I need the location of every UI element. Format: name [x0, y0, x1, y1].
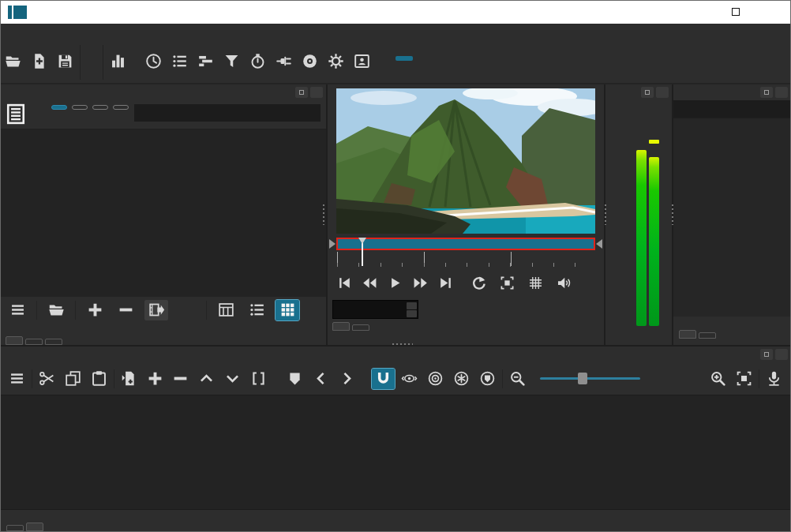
playlist-menu-button[interactable] — [6, 300, 29, 320]
ripple-delete-button[interactable] — [170, 369, 193, 389]
ripple-markers-button[interactable] — [476, 369, 499, 389]
view-icons-button[interactable] — [276, 300, 299, 320]
append-clip-button[interactable] — [118, 369, 141, 389]
fast-forward-button[interactable] — [408, 272, 433, 294]
cut-button[interactable] — [36, 369, 58, 389]
tab-recent[interactable] — [679, 330, 696, 339]
copy-button[interactable] — [62, 369, 84, 389]
minimize-button[interactable] — [680, 0, 717, 24]
menu-player[interactable] — [54, 30, 69, 35]
playlist-update-button[interactable] — [144, 300, 168, 320]
close-panel-button[interactable] — [310, 87, 323, 98]
tab-project[interactable] — [352, 324, 369, 331]
time-ruler[interactable] — [336, 252, 595, 268]
position-input[interactable] — [333, 301, 406, 318]
zoom-out-button[interactable] — [506, 369, 529, 389]
filter-tab-other[interactable] — [113, 105, 129, 110]
marker-button[interactable] — [283, 369, 306, 389]
layout-editing-button[interactable] — [396, 56, 413, 61]
next-marker-button[interactable] — [336, 369, 358, 389]
export-button[interactable] — [297, 42, 323, 83]
splitter-handle[interactable] — [672, 204, 673, 225]
new-generator-button[interactable] — [26, 42, 52, 83]
layout-fx-button[interactable] — [414, 56, 432, 61]
timeline-zoom-slider[interactable] — [540, 377, 641, 380]
playhead-handle[interactable] — [358, 238, 366, 244]
playlist-remove-button[interactable] — [114, 300, 137, 320]
append-button[interactable] — [144, 369, 167, 389]
menu-edit[interactable] — [22, 30, 38, 35]
layout-color-button[interactable] — [377, 63, 394, 68]
overwrite-button[interactable] — [221, 369, 244, 389]
scrubber-bar[interactable] — [336, 238, 595, 250]
split-button[interactable] — [247, 369, 270, 389]
zoom-in-button[interactable] — [707, 369, 729, 389]
maximize-button[interactable] — [717, 0, 754, 24]
ripple-all-tracks-button[interactable] — [450, 369, 473, 389]
playlist-open-button[interactable] — [44, 300, 68, 320]
filter-tab-audio[interactable] — [72, 105, 88, 110]
tab-source[interactable] — [332, 322, 350, 331]
trim-in-marker[interactable] — [329, 239, 336, 249]
playlist-select-button[interactable] — [175, 300, 199, 320]
layout-player-button[interactable] — [414, 63, 432, 68]
recent-button[interactable] — [141, 42, 167, 83]
view-details-button[interactable] — [214, 300, 238, 320]
float-panel-button[interactable] — [760, 349, 773, 360]
scrub-while-dragging-button[interactable] — [398, 369, 421, 389]
playlist-button[interactable] — [167, 42, 193, 83]
splitter-handle[interactable] — [392, 343, 413, 345]
timeline-tracks-area[interactable] — [0, 395, 791, 509]
save-button[interactable] — [52, 42, 78, 83]
paste-button[interactable] — [88, 369, 111, 389]
tab-playlist[interactable] — [6, 336, 23, 345]
lift-button[interactable] — [195, 369, 218, 389]
layout-audio-button[interactable] — [396, 63, 413, 68]
view-tiles-button[interactable] — [245, 300, 268, 320]
skip-to-start-button[interactable] — [332, 272, 357, 294]
history-button[interactable] — [271, 42, 297, 83]
play-button[interactable] — [383, 272, 407, 294]
slider-handle[interactable] — [578, 373, 587, 384]
tab-timeline[interactable] — [26, 523, 43, 531]
layout-logging-button[interactable] — [377, 56, 394, 61]
rewind-button[interactable] — [358, 272, 382, 294]
close-panel-button[interactable] — [775, 349, 788, 360]
list-item[interactable] — [673, 118, 791, 128]
position-spinbox[interactable] — [332, 300, 418, 319]
filters-button[interactable] — [219, 42, 245, 83]
close-panel-button[interactable] — [656, 87, 669, 98]
spin-up-icon[interactable] — [407, 302, 417, 309]
spin-down-icon[interactable] — [407, 310, 417, 317]
prev-marker-button[interactable] — [309, 369, 332, 389]
tab-properties[interactable] — [45, 339, 62, 345]
snap-toggle-button[interactable] — [372, 369, 395, 389]
float-panel-button[interactable] — [295, 87, 308, 98]
menu-view[interactable] — [38, 30, 54, 35]
subtitles-button[interactable] — [349, 42, 375, 83]
volume-button[interactable] — [552, 272, 576, 294]
timeline-menu-button[interactable] — [6, 369, 28, 389]
playlist-append-button[interactable] — [83, 300, 107, 320]
keyframes-button[interactable] — [245, 42, 271, 83]
float-panel-button[interactable] — [760, 87, 773, 98]
properties-button[interactable] — [131, 42, 141, 83]
menu-help[interactable] — [85, 30, 101, 35]
filter-tab-video[interactable] — [51, 105, 67, 110]
splitter-handle[interactable] — [323, 204, 324, 225]
close-panel-button[interactable] — [775, 87, 788, 98]
playlist-search-input[interactable] — [134, 104, 321, 122]
tab-history[interactable] — [699, 332, 716, 339]
zoom-fit-timeline-button[interactable] — [733, 369, 755, 389]
skip-to-end-button[interactable] — [433, 272, 458, 294]
float-panel-button[interactable] — [641, 87, 654, 98]
menu-file[interactable] — [6, 30, 22, 35]
menu-settings[interactable] — [69, 30, 85, 35]
record-voiceover-button[interactable] — [763, 369, 785, 389]
splitter-handle[interactable] — [605, 204, 606, 225]
ripple-toggle-button[interactable] — [424, 369, 447, 389]
loop-button[interactable] — [467, 272, 491, 294]
recent-search-input[interactable] — [673, 100, 791, 118]
open-file-button[interactable] — [0, 42, 26, 83]
jobs-button[interactable] — [323, 42, 349, 83]
